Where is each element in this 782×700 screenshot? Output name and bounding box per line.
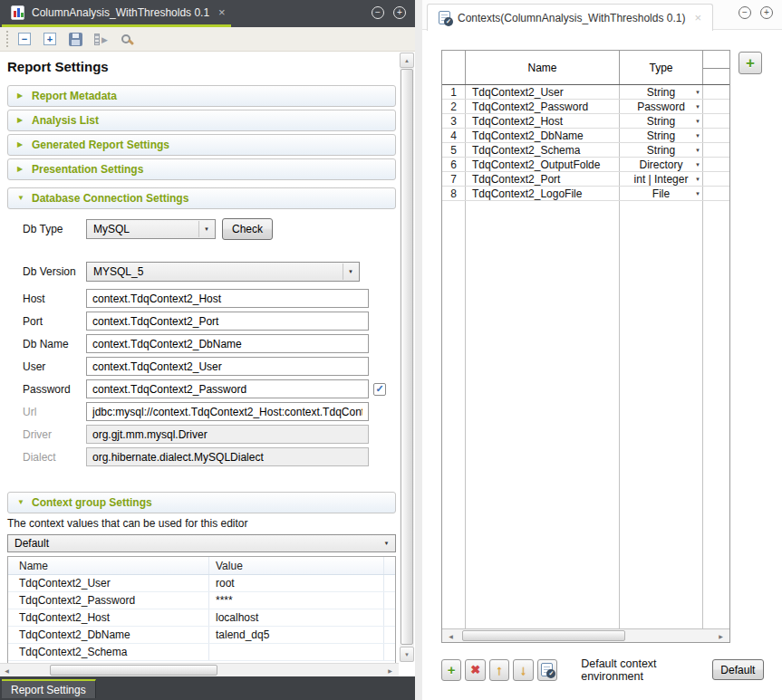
row-number-cell: 5 — [442, 143, 466, 157]
value-column-header[interactable]: Value — [209, 557, 383, 574]
password-input[interactable] — [86, 379, 369, 398]
variable-type-cell[interactable]: Directory▼ — [620, 158, 703, 171]
horizontal-scrollbar[interactable]: ◀ ▶ — [0, 663, 399, 676]
default-environment-button[interactable]: Default — [712, 659, 764, 680]
tab-contexts-view[interactable]: ✓ Contexts(ColumnAnalysis_WithThresholds… — [427, 4, 713, 31]
collapse-all-button[interactable]: − — [16, 31, 33, 47]
variable-name-cell[interactable]: TdqContext2_Port — [466, 172, 620, 186]
scroll-right-icon[interactable]: ▶ — [383, 664, 397, 676]
variable-type-cell[interactable]: int | Integer▼ — [620, 172, 703, 186]
section-database-connection-settings[interactable]: ▼ Database Connection Settings — [7, 187, 396, 209]
user-input[interactable] — [86, 357, 369, 376]
db-name-label: Db Name — [23, 338, 86, 350]
tab-report-editor[interactable]: ColumnAnalysis_WithThresholds 0.1 × — [0, 0, 238, 24]
vertical-scrollbar[interactable]: ▲ ▼ — [400, 53, 414, 662]
context-value-cell[interactable]: root — [209, 575, 383, 591]
scrollbar-thumb[interactable] — [462, 630, 625, 641]
name-column-header[interactable]: Name — [466, 51, 620, 84]
contexts-icon: ✓ — [439, 11, 450, 24]
variable-name-cell[interactable]: TdqContext2_LogoFile — [466, 187, 620, 200]
default-environment-label: Default context environment — [581, 657, 712, 683]
remove-button[interactable]: ✖ — [465, 659, 485, 681]
move-up-button[interactable]: ↑ — [489, 659, 509, 681]
chevron-right-icon: ▶ — [17, 92, 25, 100]
arrow-down-icon: ↓ — [520, 663, 527, 676]
variable-name-cell[interactable]: TdqContext2_DbName — [466, 129, 620, 142]
variable-type-cell[interactable]: String▼ — [620, 143, 703, 157]
spacer-column-header — [383, 557, 395, 574]
search-button[interactable] — [118, 31, 134, 47]
section-context-group-settings[interactable]: ▼ Context group Settings — [7, 492, 396, 513]
name-column-header[interactable]: Name — [8, 557, 209, 574]
search-icon — [121, 34, 130, 43]
scrollbar-thumb[interactable] — [50, 665, 217, 676]
password-checkbox[interactable]: ✓ — [373, 383, 386, 396]
variable-name-cell[interactable]: TdqContext2_Schema — [466, 143, 620, 157]
chevron-down-icon: ▼ — [343, 264, 358, 280]
check-button[interactable]: Check — [222, 218, 273, 240]
expand-all-button[interactable]: + — [42, 31, 58, 47]
toolbar-grip[interactable] — [6, 31, 9, 47]
variable-name-cell[interactable]: TdqContext2_Host — [466, 114, 620, 128]
manage-environments-button[interactable]: ✓ — [537, 659, 557, 681]
add-context-variable-button[interactable]: + — [739, 52, 762, 74]
table-horizontal-scrollbar[interactable]: ◀ ▶ — [442, 628, 729, 642]
context-value-cell[interactable] — [209, 644, 383, 660]
variable-name-cell[interactable]: TdqContext2_Password — [466, 100, 620, 113]
section-title: Database Connection Settings — [32, 192, 188, 205]
context-value-cell[interactable]: localhost — [209, 609, 383, 626]
editor-bottom-tabbar: Report Settings — [0, 676, 415, 700]
maximize-icon[interactable]: + — [393, 6, 406, 19]
db-name-input[interactable] — [86, 334, 369, 353]
table-row: 1 TdqContext2_User String▼ — [442, 85, 729, 100]
db-version-combo[interactable]: MYSQL_5 ▼ — [86, 262, 360, 282]
variable-type-cell[interactable]: String▼ — [620, 85, 703, 99]
scroll-left-icon[interactable]: ◀ — [0, 664, 14, 676]
panel-divider[interactable] — [415, 0, 422, 700]
db-version-label: Db Version — [23, 265, 86, 278]
variable-type-cell[interactable]: String▼ — [620, 114, 703, 128]
table-row: 2 TdqContext2_Password Password▼ — [442, 100, 729, 114]
add-button[interactable]: + — [441, 659, 461, 681]
host-input[interactable] — [86, 289, 369, 308]
context-variables-table: Name Type 1 TdqContext2_User String▼ 2 T… — [441, 50, 730, 643]
variable-type-cell[interactable]: String▼ — [620, 129, 703, 142]
scrollbar-thumb[interactable] — [401, 69, 413, 645]
section-report-metadata[interactable]: ▶ Report Metadata — [7, 85, 396, 107]
section-presentation-settings[interactable]: ▶ Presentation Settings — [7, 158, 396, 180]
run-report-button[interactable]: ▶ — [92, 31, 109, 47]
variable-name-cell[interactable]: TdqContext2_OutputFolde — [466, 158, 620, 171]
minimize-icon[interactable]: − — [372, 6, 384, 19]
db-type-combo[interactable]: MySQL ▼ — [86, 219, 216, 239]
scroll-down-icon[interactable]: ▼ — [400, 647, 414, 662]
variable-name-cell[interactable]: TdqContext2_User — [466, 85, 620, 99]
context-value-cell[interactable]: **** — [209, 592, 383, 609]
context-value-cell[interactable]: talend_dq5 — [209, 627, 383, 643]
tab-report-settings[interactable]: Report Settings — [2, 679, 96, 698]
scroll-left-icon[interactable]: ◀ — [444, 629, 458, 642]
chevron-down-icon: ▼ — [695, 148, 700, 153]
chevron-down-icon: ▼ — [695, 162, 700, 168]
save-button[interactable] — [67, 31, 83, 47]
variable-type-cell[interactable]: File▼ — [620, 187, 703, 200]
scroll-right-icon[interactable]: ▶ — [714, 629, 728, 642]
close-icon[interactable]: × — [692, 12, 701, 24]
row-number-cell: 1 — [442, 85, 466, 99]
row-number-cell: 8 — [442, 187, 466, 200]
port-input[interactable] — [86, 312, 369, 331]
table-row: 5 TdqContext2_Schema String▼ — [442, 143, 729, 158]
row-number-cell: 2 — [442, 100, 466, 113]
type-column-header[interactable]: Type — [620, 51, 703, 84]
scroll-up-icon[interactable]: ▲ — [400, 53, 414, 68]
context-environment-combo[interactable]: Default ▼ — [7, 534, 396, 552]
variable-type-cell[interactable]: Password▼ — [620, 100, 703, 113]
plus-icon: + — [448, 663, 456, 676]
move-down-button[interactable]: ↓ — [513, 659, 533, 681]
section-generated-report-settings[interactable]: ▶ Generated Report Settings — [7, 134, 396, 156]
section-analysis-list[interactable]: ▶ Analysis List — [7, 110, 396, 131]
dialect-input — [86, 447, 369, 466]
minimize-icon[interactable]: − — [739, 6, 751, 19]
url-input[interactable] — [86, 402, 369, 421]
maximize-icon[interactable]: + — [760, 6, 773, 19]
close-icon[interactable]: × — [217, 6, 226, 18]
